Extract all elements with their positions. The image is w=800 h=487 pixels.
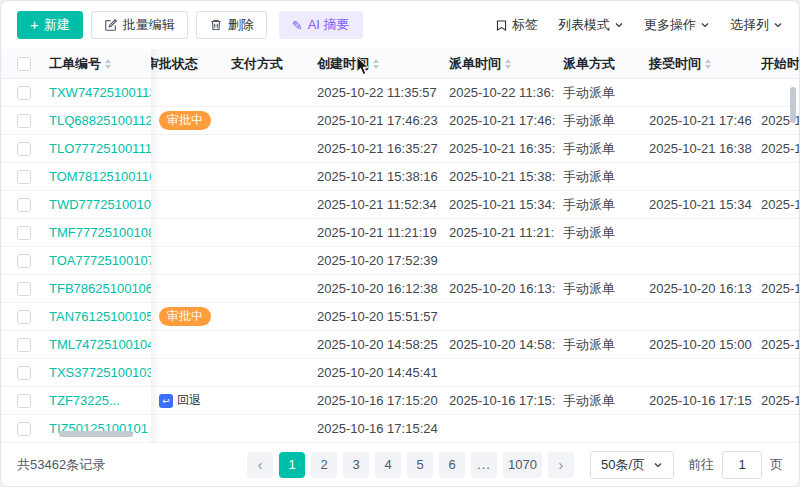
row-checkbox[interactable] bbox=[17, 142, 31, 156]
more-actions-button[interactable]: 更多操作 bbox=[644, 16, 710, 34]
cell-created-time: 2025-10-21 15:38:16 bbox=[309, 169, 441, 184]
cell-dispatch-mode: 手动派单 bbox=[555, 336, 641, 354]
cell-dispatch-time: 2025-10-20 14:58:... bbox=[441, 337, 555, 352]
row-checkbox[interactable] bbox=[17, 226, 31, 240]
row-checkbox[interactable] bbox=[17, 254, 31, 268]
row-checkbox[interactable] bbox=[17, 282, 31, 296]
list-mode-button[interactable]: 列表模式 bbox=[558, 16, 624, 34]
table-row: TIZ50125100101 2025-10-16 17:15:24 bbox=[1, 415, 799, 443]
table-header-row: 工单编号 审批状态 支付方式 创建时间 派单时间 派单方式 接受时间 bbox=[1, 49, 799, 79]
page-unit-label: 页 bbox=[770, 456, 783, 474]
table-row: TXS37725100103 2025-10-20 14:45:41 bbox=[1, 359, 799, 387]
row-checkbox[interactable] bbox=[17, 114, 31, 128]
order-id-link[interactable]: TMF77725100108 bbox=[41, 225, 151, 240]
column-header-payment-method: 支付方式 bbox=[223, 55, 309, 73]
total-records-label: 共53462条记录 bbox=[17, 456, 105, 474]
pagination-page-2[interactable]: 2 bbox=[311, 452, 337, 478]
row-checkbox[interactable] bbox=[17, 198, 31, 212]
row-checkbox-cell bbox=[1, 366, 41, 380]
row-checkbox[interactable] bbox=[17, 170, 31, 184]
pagination-page-6[interactable]: 6 bbox=[439, 452, 465, 478]
cell-dispatch-mode: 手动派单 bbox=[555, 280, 641, 298]
column-header-created-time[interactable]: 创建时间 bbox=[309, 55, 441, 73]
column-header-dispatch-time[interactable]: 派单时间 bbox=[441, 55, 555, 73]
pagination-page-4[interactable]: 4 bbox=[375, 452, 401, 478]
cell-dispatch-time: 2025-10-21 17:46:... bbox=[441, 113, 555, 128]
cell-approval-status: 审批中 bbox=[151, 111, 223, 129]
pagination-ellipsis[interactable]: ... bbox=[471, 452, 497, 478]
pagination-next-button[interactable]: › bbox=[548, 452, 574, 478]
delete-button[interactable]: 删除 bbox=[196, 11, 267, 39]
chevron-down-icon bbox=[653, 460, 663, 470]
work-order-list-page: + 新建 批量编辑 删除 ✎ AI 摘要 标签 列表模式 更多操作 bbox=[0, 0, 800, 487]
column-header-approval-status: 审批状态 bbox=[151, 55, 223, 73]
row-checkbox[interactable] bbox=[17, 338, 31, 352]
cell-dispatch-time: 2025-10-20 16:13:... bbox=[441, 281, 555, 296]
batch-edit-button[interactable]: 批量编辑 bbox=[91, 11, 188, 39]
cell-start-time: 2025-10- bbox=[753, 393, 799, 408]
chevron-down-icon bbox=[614, 20, 624, 30]
cell-accept-time: 2025-10-20 15:00:11 bbox=[641, 337, 753, 352]
horizontal-scrollbar-thumb[interactable] bbox=[59, 431, 133, 437]
row-checkbox-cell bbox=[1, 226, 41, 240]
column-header-accept-time[interactable]: 接受时间 bbox=[641, 55, 753, 73]
page-size-select[interactable]: 50条/页 bbox=[590, 451, 674, 479]
order-id-link[interactable]: TZF73225... bbox=[41, 393, 151, 408]
ai-summary-button[interactable]: ✎ AI 摘要 bbox=[279, 11, 363, 39]
pagination-page-5[interactable]: 5 bbox=[407, 452, 433, 478]
order-id-link[interactable]: TOM78125100110 bbox=[41, 169, 151, 184]
row-checkbox[interactable] bbox=[17, 366, 31, 380]
cell-created-time: 2025-10-16 17:15:24 bbox=[309, 421, 441, 436]
table-row: TWD77725100109 2025-10-21 11:52:34 2025-… bbox=[1, 191, 799, 219]
order-id-link[interactable]: TOA77725100107 bbox=[41, 253, 151, 268]
sort-icon[interactable] bbox=[505, 59, 511, 69]
sort-icon[interactable] bbox=[105, 59, 111, 69]
edit-icon bbox=[104, 18, 118, 32]
table-row: TMF77725100108 2025-10-21 11:21:19 2025-… bbox=[1, 219, 799, 247]
cell-created-time: 2025-10-20 14:58:25 bbox=[309, 337, 441, 352]
cell-accept-time: 2025-10-16 17:15:47 bbox=[641, 393, 753, 408]
new-button[interactable]: + 新建 bbox=[17, 11, 83, 39]
cell-approval-status: ↩回退 bbox=[151, 392, 223, 410]
sort-icon[interactable] bbox=[373, 59, 379, 69]
order-id-link[interactable]: TXW74725100113 bbox=[41, 85, 151, 100]
row-checkbox-cell bbox=[1, 254, 41, 268]
footer-bar: 共53462条记录 ‹ 123456...1070 › 50条/页 前往 页 bbox=[1, 443, 799, 486]
row-checkbox[interactable] bbox=[17, 422, 31, 436]
vertical-scrollbar-thumb[interactable] bbox=[790, 87, 796, 123]
tag-button[interactable]: 标签 bbox=[495, 16, 538, 34]
row-checkbox-cell bbox=[1, 198, 41, 212]
rollback-status-badge: ↩回退 bbox=[159, 392, 201, 409]
pagination-page-1[interactable]: 1 bbox=[279, 452, 305, 478]
cell-created-time: 2025-10-16 17:15:20 bbox=[309, 393, 441, 408]
row-checkbox[interactable] bbox=[17, 86, 31, 100]
order-id-link[interactable]: TAN76125100105 bbox=[41, 309, 151, 324]
pagination: ‹ 123456...1070 › bbox=[247, 452, 574, 478]
cell-dispatch-mode: 手动派单 bbox=[555, 392, 641, 410]
order-id-link[interactable]: TWD77725100109 bbox=[41, 197, 151, 212]
column-header-order-id[interactable]: 工单编号 bbox=[41, 55, 151, 73]
work-order-table: 工单编号 审批状态 支付方式 创建时间 派单时间 派单方式 接受时间 bbox=[1, 49, 799, 443]
cell-start-time: 2025-10- bbox=[753, 197, 799, 212]
order-id-link[interactable]: TML74725100104 bbox=[41, 337, 151, 352]
row-checkbox[interactable] bbox=[17, 310, 31, 324]
order-id-link[interactable]: TFB78625100106 bbox=[41, 281, 151, 296]
order-id-link[interactable]: TLQ68825100112 bbox=[41, 113, 151, 128]
sort-icon[interactable] bbox=[705, 59, 711, 69]
cell-dispatch-time: 2025-10-21 15:38:... bbox=[441, 169, 555, 184]
pagination-prev-button[interactable]: ‹ bbox=[247, 452, 273, 478]
cell-dispatch-time: 2025-10-16 17:15:34 bbox=[441, 393, 555, 408]
select-all-checkbox[interactable] bbox=[17, 57, 31, 71]
row-checkbox[interactable] bbox=[17, 394, 31, 408]
pagination-page-3[interactable]: 3 bbox=[343, 452, 369, 478]
cell-accept-time: 2025-10-21 17:46:... bbox=[641, 113, 753, 128]
select-all-cell bbox=[1, 57, 41, 71]
pagination-page-1070[interactable]: 1070 bbox=[503, 452, 542, 478]
cell-created-time: 2025-10-21 17:46:23 bbox=[309, 113, 441, 128]
row-checkbox-cell bbox=[1, 142, 41, 156]
goto-page-input[interactable] bbox=[722, 451, 762, 479]
order-id-link[interactable]: TXS37725100103 bbox=[41, 365, 151, 380]
approval-status-badge: 审批中 bbox=[159, 307, 211, 325]
select-columns-button[interactable]: 选择列 bbox=[730, 16, 783, 34]
order-id-link[interactable]: TLO77725100111 bbox=[41, 141, 151, 156]
